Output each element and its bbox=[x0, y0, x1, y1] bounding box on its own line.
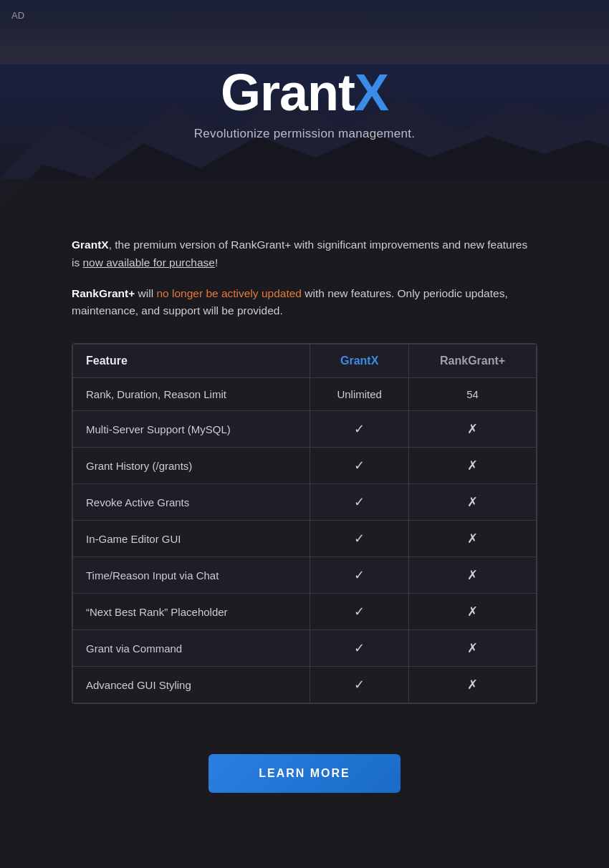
cross-icon: ✗ bbox=[467, 495, 478, 509]
table-cell-grantx: ✓ bbox=[310, 594, 409, 630]
table-cell-grantx: ✓ bbox=[310, 484, 409, 521]
check-icon: ✓ bbox=[354, 531, 365, 546]
purchase-link[interactable]: now available for purchase bbox=[83, 256, 215, 269]
table-body: Rank, Duration, Reason LimitUnlimited54M… bbox=[73, 378, 537, 703]
content-section: GrantX, the premium version of RankGrant… bbox=[0, 208, 609, 868]
rankgrant-bold: RankGrant+ bbox=[72, 287, 135, 299]
table-cell-grantx: ✓ bbox=[310, 667, 409, 703]
check-icon: ✓ bbox=[354, 641, 365, 655]
table-row: “Next Best Rank” Placeholder✓✗ bbox=[73, 594, 537, 630]
table-cell-rankgrant: 54 bbox=[409, 378, 537, 411]
logo-grant-text: Grant bbox=[221, 64, 355, 121]
table-cell-rankgrant: ✗ bbox=[409, 557, 537, 594]
svg-rect-3 bbox=[0, 179, 609, 208]
description-end-1: ! bbox=[215, 256, 218, 269]
table-cell-grantx: ✓ bbox=[310, 557, 409, 594]
table-cell-feature: Grant History (/grants) bbox=[73, 448, 310, 484]
check-icon: ✓ bbox=[354, 495, 365, 509]
cross-icon: ✗ bbox=[467, 422, 478, 436]
tagline: Revolutionize permission management. bbox=[194, 127, 415, 141]
table-cell-grantx: ✓ bbox=[310, 521, 409, 557]
table-cell-rankgrant: ✗ bbox=[409, 594, 537, 630]
learn-more-button[interactable]: LEARN MORE bbox=[208, 754, 401, 793]
table-cell-feature: Advanced GUI Styling bbox=[73, 667, 310, 703]
table-cell-feature: Rank, Duration, Reason Limit bbox=[73, 378, 310, 411]
table-header: Feature GrantX RankGrant+ bbox=[73, 344, 537, 378]
grantx-bold: GrantX bbox=[72, 238, 109, 251]
table-cell-rankgrant: ✗ bbox=[409, 521, 537, 557]
table-row: Multi-Server Support (MySQL)✓✗ bbox=[73, 411, 537, 448]
table-row: Rank, Duration, Reason LimitUnlimited54 bbox=[73, 378, 537, 411]
table-cell-feature: In-Game Editor GUI bbox=[73, 521, 310, 557]
table-cell-feature: Time/Reason Input via Chat bbox=[73, 557, 310, 594]
table-cell-grantx: Unlimited bbox=[310, 378, 409, 411]
comparison-table-wrapper: Feature GrantX RankGrant+ Rank, Duration… bbox=[72, 343, 537, 704]
hero-section: AD GrantX Revolutionize permission manag… bbox=[0, 0, 609, 208]
ad-label: AD bbox=[11, 10, 24, 21]
cross-icon: ✗ bbox=[467, 677, 478, 692]
logo-title: GrantX bbox=[194, 67, 415, 118]
cross-icon: ✗ bbox=[467, 604, 478, 619]
table-cell-grantx: ✓ bbox=[310, 411, 409, 448]
th-grantx: GrantX bbox=[310, 344, 409, 378]
comparison-table: Feature GrantX RankGrant+ Rank, Duration… bbox=[72, 344, 537, 703]
warning-text: no longer be actively updated bbox=[156, 287, 302, 299]
cta-section: LEARN MORE bbox=[72, 733, 537, 836]
table-cell-feature: Grant via Command bbox=[73, 630, 310, 667]
table-cell-grantx: ✓ bbox=[310, 448, 409, 484]
description-paragraph-1: GrantX, the premium version of RankGrant… bbox=[72, 236, 537, 272]
hero-content: GrantX Revolutionize permission manageme… bbox=[194, 67, 415, 141]
cross-icon: ✗ bbox=[467, 568, 478, 582]
table-header-row: Feature GrantX RankGrant+ bbox=[73, 344, 537, 378]
table-row: Advanced GUI Styling✓✗ bbox=[73, 667, 537, 703]
check-icon: ✓ bbox=[354, 422, 365, 436]
table-cell-rankgrant: ✗ bbox=[409, 411, 537, 448]
table-cell-rankgrant: ✗ bbox=[409, 484, 537, 521]
description-text-2: will bbox=[135, 287, 156, 299]
table-row: Time/Reason Input via Chat✓✗ bbox=[73, 557, 537, 594]
cross-icon: ✗ bbox=[467, 531, 478, 546]
table-row: In-Game Editor GUI✓✗ bbox=[73, 521, 537, 557]
description-paragraph-2: RankGrant+ will no longer be actively up… bbox=[72, 285, 537, 321]
table-cell-feature: “Next Best Rank” Placeholder bbox=[73, 594, 310, 630]
table-cell-feature: Multi-Server Support (MySQL) bbox=[73, 411, 310, 448]
cross-icon: ✗ bbox=[467, 641, 478, 655]
check-icon: ✓ bbox=[354, 458, 365, 473]
th-feature: Feature bbox=[73, 344, 310, 378]
table-row: Grant via Command✓✗ bbox=[73, 630, 537, 667]
table-cell-rankgrant: ✗ bbox=[409, 448, 537, 484]
table-row: Revoke Active Grants✓✗ bbox=[73, 484, 537, 521]
table-cell-feature: Revoke Active Grants bbox=[73, 484, 310, 521]
cross-icon: ✗ bbox=[467, 458, 478, 473]
table-cell-rankgrant: ✗ bbox=[409, 630, 537, 667]
th-rankgrant: RankGrant+ bbox=[409, 344, 537, 378]
check-icon: ✓ bbox=[354, 677, 365, 692]
description-block: GrantX, the premium version of RankGrant… bbox=[72, 236, 537, 320]
table-cell-grantx: ✓ bbox=[310, 630, 409, 667]
check-icon: ✓ bbox=[354, 568, 365, 582]
check-icon: ✓ bbox=[354, 604, 365, 619]
table-row: Grant History (/grants)✓✗ bbox=[73, 448, 537, 484]
table-cell-rankgrant: ✗ bbox=[409, 667, 537, 703]
logo-x-text: X bbox=[355, 64, 388, 121]
